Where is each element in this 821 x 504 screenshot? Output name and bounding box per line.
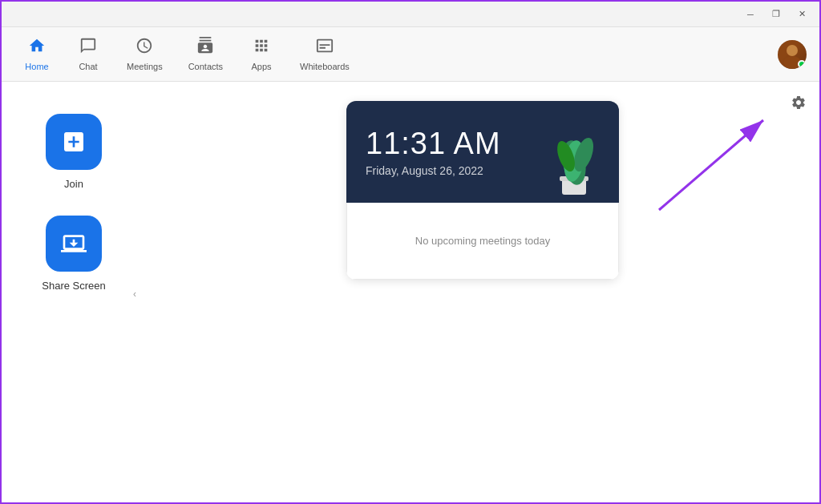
- nav-item-home[interactable]: Home: [11, 30, 63, 78]
- nav-label-apps: Apps: [252, 62, 272, 71]
- clock-time: 11:31 AM: [366, 127, 501, 161]
- apps-icon: [253, 37, 270, 58]
- nav-item-meetings[interactable]: Meetings: [114, 30, 176, 78]
- nav-item-contacts[interactable]: Contacts: [176, 30, 236, 78]
- minimize-button[interactable]: ─: [739, 6, 762, 22]
- nav-items: Home Chat Meetings: [11, 30, 362, 78]
- avatar[interactable]: [778, 40, 807, 69]
- chat-icon: [79, 37, 97, 58]
- nav-item-chat[interactable]: Chat: [63, 30, 114, 78]
- join-icon-button[interactable]: [46, 114, 102, 170]
- plant-decoration: [542, 123, 606, 203]
- join-label: Join: [64, 178, 83, 190]
- share-screen-action[interactable]: Share Screen: [21, 216, 127, 292]
- nav-label-whiteboards: Whiteboards: [300, 62, 350, 71]
- home-icon: [28, 37, 46, 58]
- clock-date: Friday, August 26, 2022: [366, 164, 501, 177]
- title-bar: ─ ❐ ✕: [2, 2, 819, 27]
- meetings-area: No upcoming meetings today: [346, 203, 619, 280]
- close-button[interactable]: ✕: [791, 6, 813, 22]
- nav-item-apps[interactable]: Apps: [236, 30, 287, 78]
- nav-label-chat: Chat: [79, 62, 97, 71]
- whiteboards-icon: [316, 37, 334, 58]
- sidebar: Join Share Screen ‹: [2, 82, 146, 504]
- main-content: Join Share Screen ‹ 11:31 AM Friday, Aug…: [2, 82, 819, 504]
- title-bar-controls: ─ ❐ ✕: [739, 6, 813, 22]
- nav-item-whiteboards[interactable]: Whiteboards: [287, 30, 362, 78]
- share-screen-icon-button[interactable]: [46, 216, 102, 272]
- nav-label-meetings: Meetings: [127, 62, 163, 71]
- online-status-dot: [798, 60, 806, 68]
- contacts-icon: [196, 37, 214, 58]
- nav-bar: Home Chat Meetings: [2, 27, 819, 82]
- clock-text: 11:31 AM Friday, August 26, 2022: [366, 127, 501, 177]
- nav-label-contacts: Contacts: [188, 62, 223, 71]
- clock-header: 11:31 AM Friday, August 26, 2022: [346, 101, 619, 203]
- svg-point-0: [787, 45, 798, 56]
- center-panel: 11:31 AM Friday, August 26, 2022: [146, 82, 819, 504]
- clock-card: 11:31 AM Friday, August 26, 2022: [346, 101, 619, 280]
- no-meetings-text: No upcoming meetings today: [415, 235, 550, 247]
- share-screen-label: Share Screen: [42, 280, 106, 292]
- sidebar-collapse-indicator: ‹: [133, 288, 136, 300]
- restore-button[interactable]: ❐: [765, 6, 787, 22]
- meetings-icon: [135, 37, 153, 58]
- nav-label-home: Home: [25, 62, 48, 71]
- join-action[interactable]: Join: [21, 114, 127, 190]
- settings-gear-button[interactable]: [791, 95, 807, 115]
